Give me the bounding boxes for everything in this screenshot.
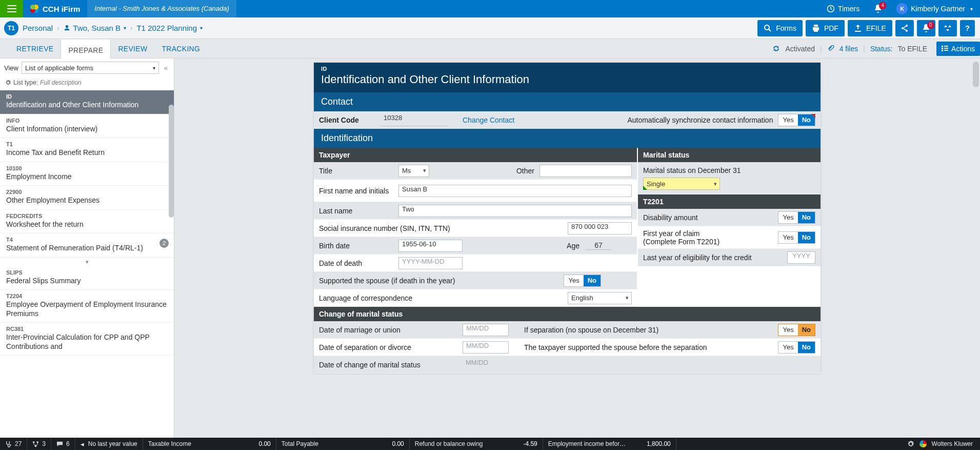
supported-toggle[interactable]: YesNo	[564, 275, 601, 287]
view-label: View	[4, 64, 18, 72]
form-list-item[interactable]: T4Statement of Remuneration Paid (T4/RL-…	[0, 233, 174, 258]
gear-icon[interactable]	[907, 440, 914, 447]
svg-point-7	[37, 441, 39, 443]
title-other-input[interactable]	[539, 165, 632, 177]
auto-sync-toggle[interactable]: YesNo	[778, 114, 815, 126]
timers-button[interactable]: Timers	[819, 0, 867, 17]
form-list-item[interactable]: T1Income Tax and Benefit Return	[0, 138, 174, 162]
auto-sync-label: Automatically synchronize contact inform…	[627, 116, 773, 124]
main-menu-button[interactable]	[0, 0, 23, 17]
comments-button[interactable]: 6	[51, 438, 75, 450]
disability-toggle[interactable]: YesNo	[778, 211, 815, 224]
status-value: 0.00	[392, 440, 404, 447]
forms-panel: View List of applicable forms ▾ « List t…	[0, 58, 174, 438]
lastyear-input[interactable]: YYYY	[787, 251, 815, 264]
language-label: Language of correspondence	[319, 294, 568, 302]
diagnostics-button[interactable]: 27	[0, 438, 27, 450]
if-separation-toggle[interactable]: YesNo	[778, 324, 815, 336]
list-type-row[interactable]: List type: Full description	[0, 77, 174, 90]
marriage-input[interactable]: MM/DD	[463, 324, 509, 336]
help-button[interactable]: ?	[960, 20, 975, 36]
chevron-down-icon: ▾	[153, 65, 155, 71]
branch-button[interactable]: 3	[27, 438, 51, 450]
form-list-item[interactable]: FEDCREDITSWorksheet for the return	[0, 210, 174, 234]
firm-chip[interactable]: Internal - Smith Jones & Associates (Can…	[87, 0, 236, 17]
language-select[interactable]: English	[568, 292, 632, 304]
separation-label: Date of separation or divorce	[319, 343, 463, 351]
status-value: 0.00	[258, 440, 270, 447]
form-canvas-outer[interactable]: ID Identification and Other Client Infor…	[174, 58, 980, 438]
form-canvas: ID Identification and Other Client Infor…	[314, 63, 821, 374]
death-input[interactable]: YYYY-MM-DD	[398, 257, 463, 269]
pdf-button[interactable]: PDF	[806, 20, 845, 36]
form-code: ID	[321, 66, 813, 72]
separation-input[interactable]: MM/DD	[463, 341, 509, 354]
status-segment[interactable]: Employment income befor…1,800.00	[543, 438, 676, 450]
sync-icon	[772, 45, 780, 52]
breadcrumb-row: T1 Personal › Two, Susan B ▾ › T1 2022 P…	[0, 17, 980, 39]
efile-button[interactable]: EFILE	[848, 20, 892, 36]
tab-retrieve[interactable]: RETRIEVE	[9, 39, 61, 58]
lastname-input[interactable]: Two	[398, 205, 632, 217]
form-code: T4	[6, 237, 168, 243]
sin-input[interactable]: 870 000 023	[568, 222, 632, 234]
collapse-panel-button[interactable]: «	[162, 64, 170, 72]
tab-tracking[interactable]: TRACKING	[154, 39, 207, 58]
form-code: SLIPS	[6, 269, 168, 276]
crumb-client[interactable]: Two, Susan B ▾	[64, 24, 127, 32]
alerts-button[interactable]: 0	[917, 20, 935, 36]
crumb-personal[interactable]: Personal	[23, 24, 53, 32]
form-list-item[interactable]: SLIPSFederal Slips Summary	[0, 266, 174, 290]
status-segment[interactable]: Total Payable0.00	[276, 438, 410, 450]
chat-icon	[56, 441, 63, 447]
alerts-count: 0	[927, 22, 934, 29]
svg-point-1	[765, 25, 769, 30]
wolters-kluwer-label: Wolters Kluwer	[932, 440, 973, 447]
chevron-down-icon: ▾	[124, 25, 126, 31]
status-label: Total Payable	[282, 440, 318, 447]
recycle-button[interactable]	[938, 20, 957, 36]
form-list-item[interactable]: 22900Other Employment Expenses	[0, 186, 174, 210]
crumb-period[interactable]: T1 2022 Planning ▾	[136, 24, 203, 32]
form-list-item[interactable]: INFOClient Information (interview)	[0, 114, 174, 139]
section-contact: Contact	[314, 92, 821, 111]
birth-input[interactable]: 1955-06-10	[398, 240, 463, 252]
tab-review[interactable]: REVIEW	[111, 39, 154, 58]
actions-menu-button[interactable]: Actions	[936, 42, 980, 56]
svg-point-5	[10, 444, 11, 445]
files-link[interactable]: 4 files	[839, 45, 858, 53]
share-icon	[901, 24, 909, 32]
supported-before-toggle[interactable]: YesNo	[778, 341, 815, 354]
paperclip-icon	[827, 45, 834, 52]
tab-prepare[interactable]: PREPARE	[61, 40, 111, 59]
share-button[interactable]	[895, 20, 914, 36]
chevron-right-icon: ›	[57, 24, 59, 32]
firstyear-toggle[interactable]: YesNo	[778, 231, 815, 244]
expand-icon[interactable]: ▾	[0, 258, 174, 266]
form-title: Federal Slips Summary	[6, 277, 168, 286]
form-title: Other Employment Expenses	[6, 196, 168, 205]
firstname-input[interactable]: Susan B	[398, 185, 632, 197]
user-menu[interactable]: K Kimberly Gartner ▾	[889, 0, 980, 17]
form-list-item[interactable]: RC381Inter-Provincial Calculation for CP…	[0, 323, 174, 356]
user-name: Kimberly Gartner	[911, 5, 965, 13]
status-segment[interactable]: Refund or balance owing-4.59	[410, 438, 543, 450]
forms-button[interactable]: Forms	[757, 20, 803, 36]
notifications-button[interactable]: 4	[867, 0, 889, 17]
client-code-field[interactable]: 10328	[381, 114, 447, 126]
title-select[interactable]: Ms	[398, 165, 429, 177]
status-segment[interactable]: Taxable Income0.00	[143, 438, 276, 450]
bottom-bar: 27 3 6 ◂ No last year value Taxable Inco…	[0, 438, 980, 450]
change-contact-link[interactable]: Change Contact	[463, 116, 514, 124]
form-list-item[interactable]: T2204Employee Overpayment of Employment …	[0, 290, 174, 323]
view-select[interactable]: List of applicable forms ▾	[22, 62, 159, 74]
form-list-item[interactable]: IDIdentification and Other Client Inform…	[0, 90, 174, 114]
form-list-item[interactable]: 10100Employment Income	[0, 162, 174, 186]
clock-icon	[827, 5, 835, 13]
printer-icon	[812, 24, 820, 32]
form-count-badge: 2	[159, 239, 169, 248]
subhead-change-marital: Change of marital status	[314, 307, 821, 321]
marital-status-select[interactable]: Single	[643, 178, 720, 190]
lastname-label: Last name	[319, 207, 398, 215]
change-date-input[interactable]: MM/DD	[463, 359, 509, 371]
